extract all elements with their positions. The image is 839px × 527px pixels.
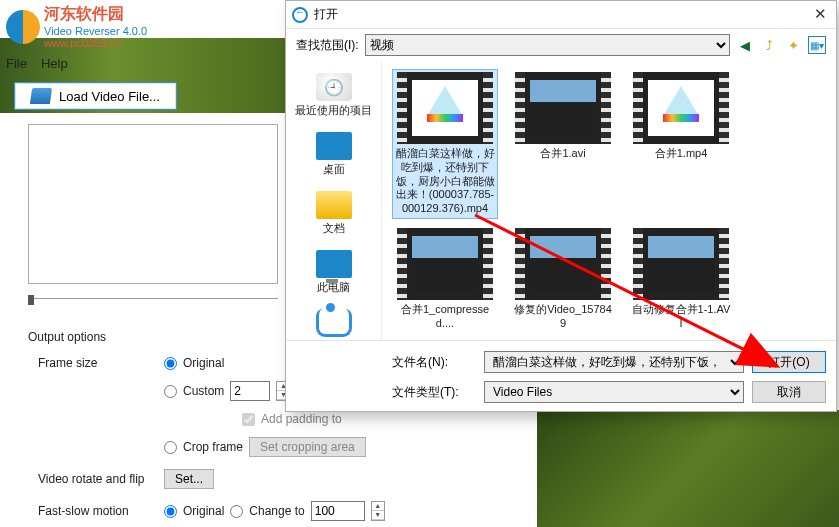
file-thumbnail [515, 72, 611, 144]
logo-url: www.pc0359.cn [44, 37, 147, 49]
place-wps[interactable]: WPS网盘 [290, 303, 378, 340]
view-mode-icon[interactable]: ▦▾ [808, 36, 826, 54]
filename-combobox[interactable]: 醋溜白菜这样做，好吃到爆，还特别下饭， [484, 351, 744, 373]
nav-up-icon[interactable]: ⤴ [760, 36, 778, 54]
place-desktop[interactable]: 桌面 [290, 126, 378, 183]
places-bar: 最近使用的项目 桌面 文档 此电脑 WPS网盘 [286, 61, 382, 340]
this-pc-icon [316, 250, 352, 278]
file-name-label: 合并1_compressed.... [395, 303, 495, 331]
dialog-titlebar: 打开 ✕ [286, 1, 836, 29]
file-thumbnail [633, 228, 729, 300]
rotate-set-button[interactable]: Set... [164, 469, 214, 489]
load-video-button[interactable]: Load Video File... [14, 82, 177, 110]
file-item[interactable]: 醋溜白菜这样做，好吃到爆，还特别下饭，厨房小白都能做出来！(000037.785… [392, 69, 498, 219]
app-window: 河东软件园 Video Reverser 4.0.0 www.pc0359.cn… [0, 0, 839, 527]
file-thumbnail [397, 228, 493, 300]
frame-width-input[interactable] [230, 381, 270, 401]
file-item[interactable]: 合并1.avi [510, 69, 616, 219]
set-cropping-button[interactable]: Set cropping area [249, 437, 366, 457]
file-item[interactable]: 合并1.mp4 [628, 69, 734, 219]
watermark-logo: 河东软件园 Video Reverser 4.0.0 www.pc0359.cn [6, 4, 147, 49]
lookin-combobox[interactable]: 视频 [365, 34, 730, 56]
lookin-label: 查找范围(I): [296, 37, 359, 54]
speed-original-radio[interactable] [164, 505, 177, 518]
file-name-label: 自动修复合并1-1.AVI [631, 303, 731, 331]
lookin-row: 查找范围(I): 视频 ◀ ⤴ ✦ ▦▾ [286, 29, 836, 61]
place-this-pc[interactable]: 此电脑 [290, 244, 378, 301]
speed-value-input[interactable] [311, 501, 365, 521]
decor-bg-right [537, 410, 839, 527]
speed-change-label: Change to [249, 504, 304, 518]
dialog-cancel-button[interactable]: 取消 [752, 381, 826, 403]
speed-original-label: Original [183, 504, 224, 518]
timeline-ruler[interactable] [28, 298, 278, 308]
add-padding-checkbox [242, 413, 255, 426]
crop-frame-label: Crop frame [183, 440, 243, 454]
file-open-dialog: 打开 ✕ 查找范围(I): 视频 ◀ ⤴ ✦ ▦▾ 最近使用的项目 桌面 [285, 0, 837, 412]
rotate-flip-label: Video rotate and flip [38, 472, 158, 486]
dialog-close-button[interactable]: ✕ [810, 5, 830, 23]
file-name-label: 修复的Video_157849 [513, 303, 613, 331]
file-list-area[interactable]: 醋溜白菜这样做，好吃到爆，还特别下饭，厨房小白都能做出来！(000037.785… [382, 61, 836, 340]
add-padding-label: Add padding to [261, 412, 342, 426]
file-name-label: 合并1.avi [540, 147, 585, 161]
fast-slow-label: Fast-slow motion [38, 504, 158, 518]
documents-icon [316, 191, 352, 219]
dialog-app-icon [292, 7, 308, 23]
menu-help[interactable]: Help [41, 56, 68, 71]
logo-icon [6, 10, 40, 44]
file-name-label: 醋溜白菜这样做，好吃到爆，还特别下饭，厨房小白都能做出来！(000037.785… [395, 147, 495, 216]
frame-size-label: Frame size [38, 356, 158, 370]
load-video-label: Load Video File... [59, 89, 160, 104]
file-thumbnail [515, 228, 611, 300]
menu-file[interactable]: File [6, 56, 27, 71]
filename-label: 文件名(N): [392, 354, 476, 371]
frame-size-original-radio[interactable] [164, 357, 177, 370]
dialog-title-text: 打开 [314, 6, 338, 23]
frame-size-custom-label: Custom [183, 384, 224, 398]
filetype-combobox[interactable]: Video Files [484, 381, 744, 403]
wps-cloud-icon [316, 309, 352, 337]
crop-frame-radio[interactable] [164, 441, 177, 454]
logo-brand: 河东软件园 [44, 4, 147, 25]
menu-bar: File Help [6, 56, 68, 71]
new-folder-icon[interactable]: ✦ [784, 36, 802, 54]
recent-icon [316, 73, 352, 101]
place-recent-label: 最近使用的项目 [295, 103, 372, 118]
file-item[interactable]: 修复的Video_157849 [510, 225, 616, 334]
dialog-open-button[interactable]: 打开(O) [752, 351, 826, 373]
desktop-icon [316, 132, 352, 160]
frame-size-original-label: Original [183, 356, 224, 370]
place-documents[interactable]: 文档 [290, 185, 378, 242]
app-subtitle: Video Reverser 4.0.0 [44, 25, 147, 37]
speed-change-radio[interactable] [230, 505, 243, 518]
place-desktop-label: 桌面 [323, 162, 345, 177]
file-name-label: 合并1.mp4 [655, 147, 708, 161]
file-thumbnail [633, 72, 729, 144]
dialog-bottom: 文件名(N): 醋溜白菜这样做，好吃到爆，还特别下饭， 打开(O) 文件类型(T… [286, 340, 836, 411]
video-preview [28, 124, 278, 284]
place-documents-label: 文档 [323, 221, 345, 236]
file-thumbnail [397, 72, 493, 144]
frame-size-custom-radio[interactable] [164, 385, 177, 398]
nav-back-icon[interactable]: ◀ [736, 36, 754, 54]
file-item[interactable]: 自动修复合并1-1.AVI [628, 225, 734, 334]
file-item[interactable]: 合并1_compressed.... [392, 225, 498, 334]
speed-stepper[interactable]: ▲▼ [371, 501, 385, 521]
filetype-label: 文件类型(T): [392, 384, 476, 401]
folder-video-icon [30, 88, 52, 104]
place-recent[interactable]: 最近使用的项目 [290, 67, 378, 124]
